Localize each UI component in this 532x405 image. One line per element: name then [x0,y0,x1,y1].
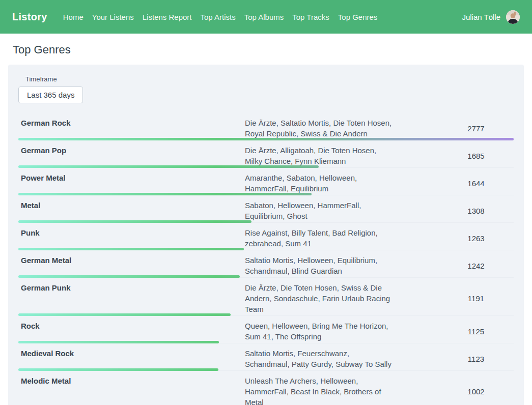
genre-row: German Metal Saltatio Mortis, Helloween,… [18,250,514,278]
genre-row: Rock Queen, Helloween, Bring Me The Hori… [18,316,514,343]
nav-item-listens-report[interactable]: Listens Report [143,13,192,21]
genre-artists: Saltatio Mortis, Helloween, Equilibrium,… [245,255,394,276]
app-header: Listory HomeYour ListensListens ReportTo… [0,0,532,34]
timeframe-label: Timeframe [25,75,514,83]
genre-row: Melodic Metal Unleash The Archers, Hello… [18,371,514,405]
genre-name: German Rock [18,118,245,139]
genre-table: German Rock Die Ärzte, Saltatio Mortis, … [18,113,514,405]
genre-count: 1191 [438,294,514,303]
genre-artists: Die Ärzte, Die Toten Hosen, Swiss & Die … [245,282,394,314]
nav-item-top-albums[interactable]: Top Albums [244,13,284,21]
genre-name: Rock [18,321,245,342]
genre-artists: Queen, Helloween, Bring Me The Horizon, … [245,321,394,342]
page-main: Top Genres Timeframe Last 365 days Germa… [0,43,532,405]
genre-count: 1263 [438,234,514,243]
genre-row: Punk Rise Against, Billy Talent, Bad Rel… [18,223,514,250]
user-name[interactable]: Julian Tölle [462,13,500,21]
genre-row: Power Metal Amaranthe, Sabaton, Hellowee… [18,168,514,195]
genre-row: Medieval Rock Saltatio Mortis, Feuerschw… [18,343,514,371]
genre-name: Melodic Metal [18,375,245,405]
genre-count: 1123 [438,355,514,363]
user-avatar[interactable] [506,10,520,24]
genre-artists: Saltatio Mortis, Feuerschwanz, Schandmau… [245,348,394,369]
genre-artists: Sabaton, Helloween, HammerFall, Equilibr… [245,200,394,221]
nav-item-top-tracks[interactable]: Top Tracks [292,13,329,21]
brand-logo[interactable]: Listory [12,11,47,23]
genre-artists: Die Ärzte, Alligatoah, Die Toten Hosen, … [245,145,394,166]
genre-artists: Amaranthe, Sabaton, Helloween, HammerFal… [245,172,394,194]
genre-count: 1242 [438,262,514,270]
main-nav: HomeYour ListensListens ReportTop Artist… [63,13,378,21]
top-genres-card: Timeframe Last 365 days German Rock Die … [8,65,524,405]
genre-count: 1644 [438,179,514,188]
genre-count: 1685 [438,152,514,160]
nav-item-your-listens[interactable]: Your Listens [92,13,134,21]
timeframe-select[interactable]: Last 365 days [18,86,83,103]
nav-item-home[interactable]: Home [63,13,83,21]
genre-count: 1308 [438,207,514,215]
page-title: Top Genres [13,43,524,56]
genre-row: German Punk Die Ärzte, Die Toten Hosen, … [18,278,514,316]
genre-name: German Punk [18,282,245,314]
genre-artists: Die Ärzte, Saltatio Mortis, Die Toten Ho… [245,118,394,139]
genre-artists: Rise Against, Billy Talent, Bad Religion… [245,227,394,249]
genre-count: 1125 [438,327,514,336]
genre-count: 2777 [438,124,514,133]
genre-name: Punk [18,227,245,249]
genre-name: German Metal [18,255,245,276]
nav-item-top-genres[interactable]: Top Genres [338,13,378,21]
genre-name: German Pop [18,145,245,166]
genre-name: Medieval Rock [18,348,245,369]
genre-count: 1002 [438,387,514,396]
nav-item-top-artists[interactable]: Top Artists [201,13,236,21]
genre-row: Metal Sabaton, Helloween, HammerFall, Eq… [18,195,514,223]
genre-artists: Unleash The Archers, Helloween, HammerFa… [245,375,394,405]
genre-name: Metal [18,200,245,221]
genre-row: German Pop Die Ärzte, Alligatoah, Die To… [18,140,514,168]
genre-row: German Rock Die Ärzte, Saltatio Mortis, … [18,113,514,140]
avatar-photo-icon [506,10,520,24]
genre-name: Power Metal [18,172,245,194]
